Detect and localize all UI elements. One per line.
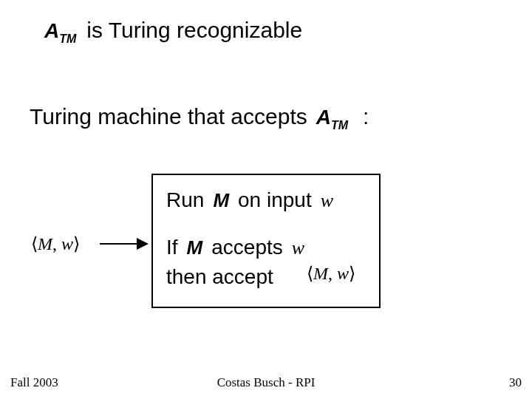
slide: ATM is Turing recognizable Turing machin… [0,0,532,399]
box-line-run: Run M on input w [166,188,333,212]
slide-title: ATM is Turing recognizable [44,18,302,46]
pair-M: M [38,234,52,253]
subtitle: Turing machine that accepts ATM : [30,104,369,132]
title-text: is Turing recognizable [86,18,302,43]
symbol-M: M [187,236,203,259]
atm-letter: A [316,106,331,129]
atm-symbol: ATM [44,19,76,46]
angle-close: ⟩ [73,234,80,253]
arrow-head [137,238,149,250]
pair-w: w [337,264,349,283]
accepts-text: accepts [211,236,283,259]
angle-open: ⟨ [31,234,38,253]
if-text: If [166,236,178,259]
atm-subscript: TM [59,33,76,45]
angle-close: ⟩ [349,264,355,283]
then-accept-text: then accept [166,265,273,289]
output-pair: ⟨M, w⟩ [307,263,355,284]
arrow-line [100,243,141,245]
symbol-w: w [321,190,333,212]
pair-comma: , [52,234,57,253]
on-input-text: on input [238,188,312,212]
box-line-if: If M accepts w [166,236,304,259]
angle-open: ⟨ [307,264,313,283]
box-line-then: then accept [166,265,273,289]
pair-M: M [313,264,328,283]
pair-comma: , [328,264,332,283]
atm-subscript: TM [331,119,348,132]
colon: : [363,104,369,129]
arrow-icon [100,235,151,253]
machine-box: Run M on input w If M accepts w then acc… [151,174,381,308]
footer-center: Costas Busch - RPI [0,375,532,390]
run-text: Run [166,188,204,212]
atm-symbol: ATM [316,106,348,132]
input-pair: ⟨M, w⟩ [31,233,80,254]
symbol-w: w [292,237,304,259]
footer-right: 30 [509,375,522,390]
atm-letter: A [44,19,59,42]
subtitle-text: Turing machine that accepts [30,104,307,129]
pair-w: w [61,234,73,253]
symbol-M: M [213,189,229,212]
